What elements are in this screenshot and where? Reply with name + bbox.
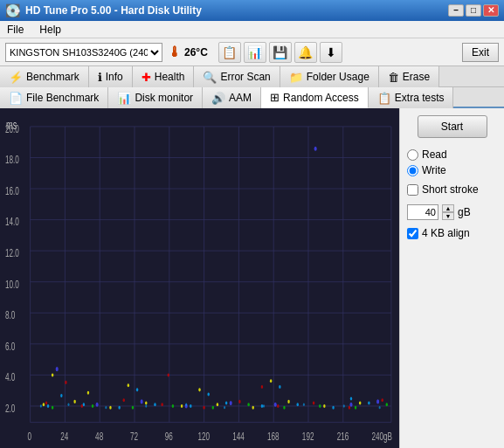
title-bar-controls: – □ ✕ bbox=[448, 4, 499, 17]
svg-point-64 bbox=[190, 404, 191, 408]
short-stroke-label: Short stroke bbox=[422, 183, 479, 196]
menu-help[interactable]: Help bbox=[36, 23, 65, 37]
read-radio-label[interactable]: Read bbox=[407, 148, 497, 161]
menu-bar: File Help bbox=[0, 21, 504, 38]
radio-group: Read Write bbox=[407, 148, 497, 176]
kb-align-checkbox[interactable] bbox=[407, 228, 418, 239]
svg-point-65 bbox=[225, 402, 227, 405]
svg-point-107 bbox=[40, 404, 42, 407]
extra-tests-icon: 📋 bbox=[377, 92, 391, 105]
close-button[interactable]: ✕ bbox=[483, 4, 499, 17]
tab-health-label: Health bbox=[155, 71, 185, 83]
svg-point-97 bbox=[161, 403, 162, 406]
svg-text:168: 168 bbox=[267, 430, 280, 443]
tab-error-scan[interactable]: 🔍 Error Scan bbox=[194, 66, 280, 87]
spinner-buttons: ▲ ▼ bbox=[442, 204, 454, 220]
tab-error-scan-label: Error Scan bbox=[220, 71, 270, 83]
toolbar-icon-5[interactable]: ⬇ bbox=[320, 42, 342, 63]
svg-text:0: 0 bbox=[28, 430, 32, 443]
tab-file-benchmark-label: File Benchmark bbox=[26, 92, 99, 104]
tab-health[interactable]: ✚ Health bbox=[133, 66, 195, 87]
spinner-down[interactable]: ▼ bbox=[442, 212, 454, 220]
svg-point-86 bbox=[96, 403, 99, 407]
thermometer-icon: 🌡 bbox=[168, 45, 182, 60]
svg-point-68 bbox=[332, 406, 334, 410]
svg-point-109 bbox=[105, 406, 107, 409]
tab-random-access[interactable]: ⊞ Random Access bbox=[261, 87, 369, 108]
tab-erase[interactable]: 🗑 Erase bbox=[379, 66, 439, 87]
write-radio-label[interactable]: Write bbox=[407, 164, 497, 176]
toolbar-icon-4[interactable]: 🔔 bbox=[294, 42, 317, 63]
error-scan-icon: 🔍 bbox=[203, 71, 217, 84]
maximize-button[interactable]: □ bbox=[466, 4, 481, 17]
read-radio[interactable] bbox=[407, 149, 418, 161]
short-stroke-container: Short stroke bbox=[407, 183, 497, 196]
drive-select[interactable]: KINGSTON SH103S3240G (240 GB) bbox=[5, 43, 162, 62]
svg-rect-0 bbox=[3, 112, 396, 445]
svg-text:18.0: 18.0 bbox=[5, 153, 19, 166]
svg-point-48 bbox=[145, 402, 147, 405]
svg-point-93 bbox=[376, 399, 379, 403]
svg-point-81 bbox=[283, 406, 285, 410]
write-label: Write bbox=[422, 164, 446, 176]
tab-disk-monitor[interactable]: 📊 Disk monitor bbox=[108, 87, 203, 108]
minimize-button[interactable]: – bbox=[448, 4, 464, 17]
svg-point-70 bbox=[60, 394, 62, 397]
svg-point-66 bbox=[261, 404, 263, 408]
svg-point-111 bbox=[185, 403, 187, 406]
svg-point-50 bbox=[217, 403, 218, 406]
svg-point-113 bbox=[263, 404, 265, 407]
svg-text:6.0: 6.0 bbox=[5, 340, 15, 353]
svg-point-78 bbox=[172, 404, 174, 408]
tab-extra-tests[interactable]: 📋 Extra tests bbox=[369, 87, 454, 108]
svg-point-59 bbox=[270, 379, 272, 383]
chart-svg: ms 20.0 18.0 16.0 14.0 12.0 10.0 8.0 6.0 bbox=[3, 112, 396, 445]
toolbar-icon-1[interactable]: 📋 bbox=[218, 42, 241, 63]
svg-point-62 bbox=[118, 406, 120, 410]
tab-folder-usage-label: Folder Usage bbox=[307, 71, 369, 83]
exit-button[interactable]: Exit bbox=[462, 43, 499, 62]
short-stroke-control: 40 ▲ ▼ gB bbox=[407, 204, 497, 220]
chart-area: ms 20.0 18.0 16.0 14.0 12.0 10.0 8.0 6.0 bbox=[0, 108, 399, 448]
svg-point-56 bbox=[87, 391, 89, 395]
svg-point-76 bbox=[92, 404, 93, 408]
svg-point-63 bbox=[154, 403, 155, 406]
toolbar-icons: 📋 📊 💾 🔔 ⬇ bbox=[218, 42, 342, 63]
tab-erase-label: Erase bbox=[403, 71, 430, 83]
tab-file-benchmark[interactable]: 📄 File Benchmark bbox=[0, 87, 108, 108]
svg-point-89 bbox=[230, 401, 232, 405]
spinner-up[interactable]: ▲ bbox=[442, 204, 454, 212]
svg-text:4.0: 4.0 bbox=[5, 370, 15, 383]
svg-point-96 bbox=[123, 398, 125, 402]
svg-point-115 bbox=[343, 404, 345, 407]
svg-point-60 bbox=[47, 404, 49, 408]
toolbar-icon-2[interactable]: 📊 bbox=[244, 42, 266, 63]
short-stroke-input[interactable]: 40 bbox=[407, 204, 438, 220]
tab-extra-tests-label: Extra tests bbox=[395, 92, 445, 104]
svg-text:10.0: 10.0 bbox=[5, 277, 19, 290]
tab-folder-usage[interactable]: 📁 Folder Usage bbox=[280, 66, 379, 87]
svg-point-55 bbox=[52, 373, 53, 376]
svg-point-90 bbox=[274, 403, 277, 407]
svg-text:192: 192 bbox=[302, 430, 314, 443]
svg-point-116 bbox=[379, 406, 381, 409]
title-bar: 💽 HD Tune Pro 5.00 - Hard Disk Utility –… bbox=[0, 0, 504, 21]
tab-info[interactable]: ℹ Info bbox=[89, 66, 133, 87]
tab-aam[interactable]: 🔊 AAM bbox=[203, 87, 261, 108]
svg-point-47 bbox=[109, 406, 111, 410]
menu-file[interactable]: File bbox=[3, 23, 27, 37]
benchmark-icon: ⚡ bbox=[9, 71, 23, 84]
svg-point-80 bbox=[247, 403, 249, 406]
tab-bar-1: ⚡ Benchmark ℹ Info ✚ Health 🔍 Error Scan… bbox=[0, 66, 504, 87]
start-button[interactable]: Start bbox=[418, 115, 487, 138]
svg-text:96: 96 bbox=[165, 430, 173, 443]
short-stroke-checkbox[interactable] bbox=[407, 184, 418, 196]
svg-point-77 bbox=[132, 406, 134, 410]
svg-point-91 bbox=[314, 147, 317, 151]
svg-point-103 bbox=[381, 398, 383, 402]
svg-point-54 bbox=[359, 402, 361, 405]
tab-benchmark[interactable]: ⚡ Benchmark bbox=[0, 66, 89, 87]
svg-point-95 bbox=[81, 404, 83, 408]
write-radio[interactable] bbox=[407, 165, 418, 176]
toolbar-icon-3[interactable]: 💾 bbox=[269, 42, 292, 63]
